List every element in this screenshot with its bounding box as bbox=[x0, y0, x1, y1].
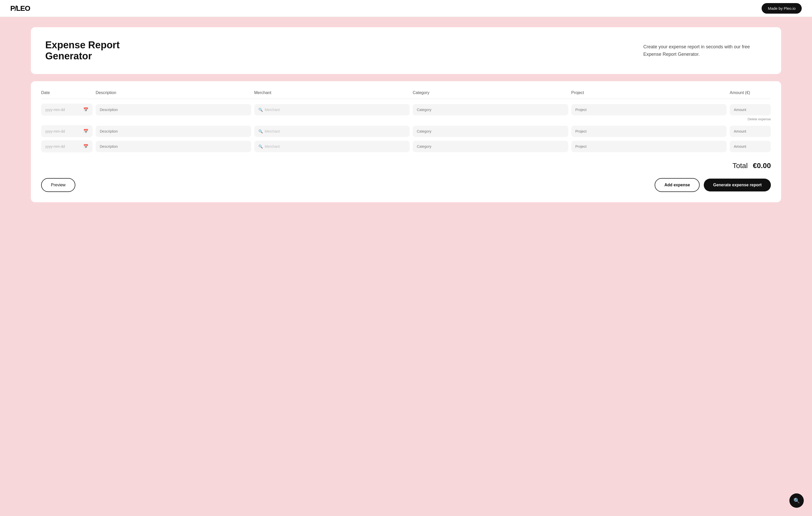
merchant-placeholder-1: Merchant bbox=[265, 108, 280, 112]
col-project: Project bbox=[571, 90, 727, 95]
category-input-1[interactable] bbox=[413, 104, 568, 115]
search-fab-icon: 🔍 bbox=[793, 497, 800, 504]
project-input-3[interactable] bbox=[571, 141, 727, 152]
amount-input-1[interactable] bbox=[730, 104, 771, 115]
category-input-3[interactable] bbox=[413, 141, 568, 152]
right-buttons: Add expense Generate expense report bbox=[655, 178, 771, 192]
total-label: Total bbox=[732, 162, 748, 170]
hero-description: Create your expense report in seconds wi… bbox=[643, 43, 767, 58]
col-merchant: Merchant bbox=[254, 90, 410, 95]
app-header: P LEO Made by Pleo.io bbox=[0, 0, 812, 17]
table-row: yyyy-mm-dd 📅 🔍 Merchant bbox=[41, 140, 771, 152]
add-expense-button[interactable]: Add expense bbox=[655, 178, 700, 192]
calendar-icon-1: 📅 bbox=[83, 107, 88, 112]
merchant-input-3[interactable]: 🔍 Merchant bbox=[254, 141, 410, 152]
merchant-input-2[interactable]: 🔍 Merchant bbox=[254, 126, 410, 137]
col-description: Description bbox=[96, 90, 251, 95]
calendar-icon-3: 📅 bbox=[83, 144, 88, 149]
table-row: yyyy-mm-dd 📅 🔍 Merchant bbox=[41, 103, 771, 116]
project-input-2[interactable] bbox=[571, 126, 727, 137]
date-input-3[interactable]: yyyy-mm-dd 📅 bbox=[41, 140, 93, 152]
main-content: Expense Report Generator Create your exp… bbox=[0, 17, 812, 213]
date-input-1[interactable]: yyyy-mm-dd 📅 bbox=[41, 103, 93, 116]
merchant-input-1[interactable]: 🔍 Merchant bbox=[254, 104, 410, 115]
merchant-placeholder-3: Merchant bbox=[265, 144, 280, 149]
table-headers: Date Description Merchant Category Proje… bbox=[41, 90, 771, 99]
expense-rows: yyyy-mm-dd 📅 🔍 Merchant Delete expense y… bbox=[41, 103, 771, 155]
search-icon-2: 🔍 bbox=[258, 129, 263, 133]
col-date: Date bbox=[41, 90, 93, 95]
preview-button[interactable]: Preview bbox=[41, 178, 75, 192]
search-icon-3: 🔍 bbox=[258, 144, 263, 149]
form-card: Date Description Merchant Category Proje… bbox=[31, 81, 781, 202]
hero-card: Expense Report Generator Create your exp… bbox=[31, 27, 781, 74]
total-amount: €0.00 bbox=[753, 162, 771, 170]
merchant-placeholder-2: Merchant bbox=[265, 129, 280, 133]
delete-expense-link-1[interactable]: Delete expense bbox=[748, 117, 771, 121]
made-by-button[interactable]: Made by Pleo.io bbox=[762, 3, 802, 13]
col-amount: Amount (€) bbox=[730, 90, 771, 95]
amount-input-2[interactable] bbox=[730, 126, 771, 137]
delete-row-1: Delete expense bbox=[41, 117, 771, 121]
hero-title: Expense Report Generator bbox=[45, 39, 148, 62]
generate-report-button[interactable]: Generate expense report bbox=[704, 179, 771, 191]
logo-p: P bbox=[10, 4, 15, 12]
logo-leo: LEO bbox=[16, 4, 30, 12]
search-fab-button[interactable]: 🔍 bbox=[789, 493, 804, 508]
date-placeholder-2: yyyy-mm-dd bbox=[45, 129, 65, 133]
amount-input-3[interactable] bbox=[730, 141, 771, 152]
project-input-1[interactable] bbox=[571, 104, 727, 115]
description-input-3[interactable] bbox=[96, 141, 251, 152]
col-category: Category bbox=[413, 90, 568, 95]
action-buttons: Preview Add expense Generate expense rep… bbox=[41, 178, 771, 192]
date-placeholder-1: yyyy-mm-dd bbox=[45, 108, 65, 112]
search-icon-1: 🔍 bbox=[258, 108, 263, 112]
date-placeholder-3: yyyy-mm-dd bbox=[45, 144, 65, 149]
description-input-2[interactable] bbox=[96, 126, 251, 137]
category-input-2[interactable] bbox=[413, 126, 568, 137]
calendar-icon-2: 📅 bbox=[83, 129, 88, 133]
table-row: yyyy-mm-dd 📅 🔍 Merchant bbox=[41, 125, 771, 137]
logo: P LEO bbox=[10, 4, 30, 12]
total-section: Total €0.00 bbox=[41, 162, 771, 170]
description-input-1[interactable] bbox=[96, 104, 251, 115]
date-input-2[interactable]: yyyy-mm-dd 📅 bbox=[41, 125, 93, 137]
